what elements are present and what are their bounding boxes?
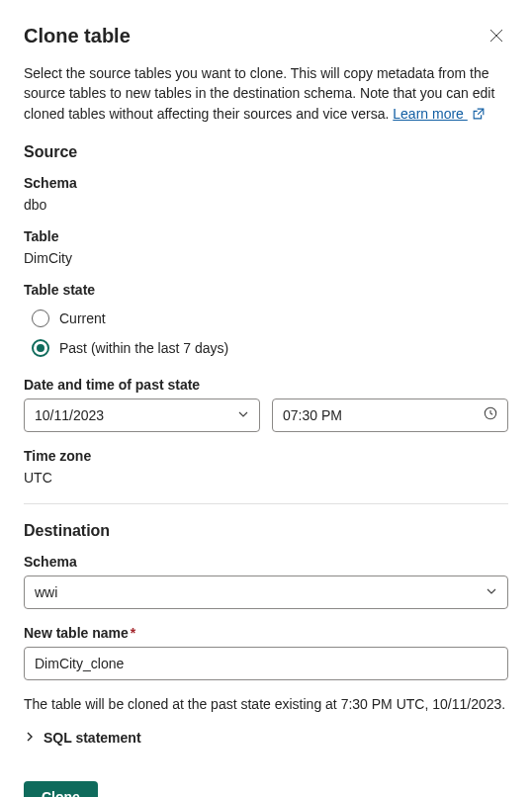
status-text: The table will be cloned at the past sta…: [24, 696, 508, 712]
sql-statement-expander[interactable]: SQL statement: [24, 730, 508, 746]
learn-more-link[interactable]: Learn more: [393, 106, 467, 122]
chevron-right-icon: [24, 730, 36, 746]
required-indicator: *: [131, 625, 135, 641]
radio-current[interactable]: Current: [24, 304, 508, 333]
table-value: DimCity: [24, 250, 508, 266]
table-state-label: Table state: [24, 282, 508, 298]
radio-past[interactable]: Past (within the last 7 days): [24, 333, 508, 363]
radio-icon: [32, 339, 49, 357]
new-table-name-label: New table name*: [24, 625, 508, 641]
timezone-value: UTC: [24, 470, 508, 486]
dialog-description: Select the source tables you want to clo…: [24, 63, 508, 126]
dest-schema-value: wwi: [35, 584, 57, 600]
time-value: 07:30 PM: [283, 407, 342, 423]
date-input[interactable]: 10/11/2023: [24, 398, 260, 432]
table-label: Table: [24, 228, 508, 244]
schema-value: dbo: [24, 197, 508, 213]
source-heading: Source: [24, 143, 508, 161]
new-table-name-input[interactable]: DimCity_clone: [24, 647, 508, 680]
radio-past-label: Past (within the last 7 days): [59, 340, 228, 356]
close-icon: [488, 28, 504, 44]
date-value: 10/11/2023: [35, 407, 104, 423]
radio-current-label: Current: [59, 310, 106, 326]
time-input[interactable]: 07:30 PM: [272, 398, 508, 432]
clock-icon: [484, 406, 497, 423]
new-table-name-value: DimCity_clone: [35, 656, 124, 671]
dest-schema-select[interactable]: wwi: [24, 576, 508, 609]
dialog-title: Clone table: [24, 25, 131, 47]
chevron-down-icon: [486, 584, 497, 600]
divider: [24, 503, 508, 504]
schema-label: Schema: [24, 175, 508, 191]
clone-button[interactable]: Clone: [24, 781, 98, 797]
dest-schema-label: Schema: [24, 554, 508, 570]
sql-statement-label: SQL statement: [44, 730, 141, 746]
timezone-label: Time zone: [24, 448, 508, 464]
external-link-icon: [472, 106, 486, 126]
destination-heading: Destination: [24, 522, 508, 540]
radio-icon: [32, 310, 49, 327]
close-button[interactable]: [485, 24, 508, 47]
chevron-down-icon: [237, 407, 249, 423]
date-time-label: Date and time of past state: [24, 377, 508, 393]
